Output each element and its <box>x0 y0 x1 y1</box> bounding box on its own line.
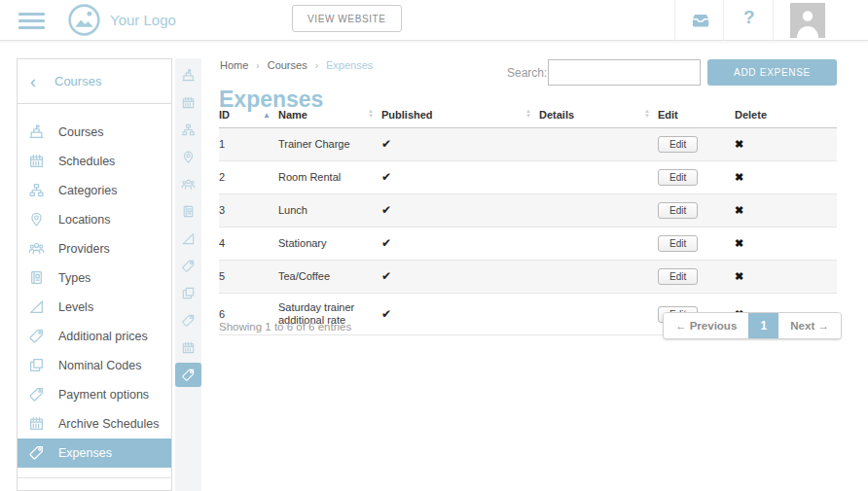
sidebar-item-archive-schedules[interactable]: Archive Schedules <box>18 409 171 438</box>
column-header-details[interactable]: Details▲▼ <box>539 105 658 128</box>
cell-published: ✔ <box>381 261 539 294</box>
sidebar-item-label: Archive Schedules <box>58 417 160 431</box>
edit-button[interactable]: Edit <box>658 169 698 186</box>
cell-edit: Edit <box>658 194 735 228</box>
cell-edit: Edit <box>658 228 735 261</box>
sidebar-item-providers[interactable]: Providers <box>18 234 171 263</box>
rail-types-book-icon[interactable] <box>175 197 201 225</box>
topbar-divider <box>723 0 724 41</box>
rail-providers-people-icon[interactable] <box>175 170 201 197</box>
delete-icon[interactable]: ✖ <box>735 171 743 183</box>
cell-id: 3 <box>219 194 278 228</box>
table-row: 5Tea/Coffee✔Edit✖ <box>219 261 837 294</box>
sidebar-back-header[interactable]: ‹ Courses <box>18 59 171 104</box>
column-label: Details <box>539 109 574 121</box>
column-header-edit: Edit <box>658 105 735 128</box>
delete-icon[interactable]: ✖ <box>735 204 743 216</box>
topbar-divider <box>674 0 675 41</box>
location-pin-icon <box>28 211 46 228</box>
add-expense-button[interactable]: ADD EXPENSE <box>707 59 837 86</box>
next-page-button[interactable]: Next → <box>778 313 841 338</box>
column-label: Edit <box>658 109 678 121</box>
sidebar-item-label: Types <box>58 271 90 285</box>
cell-published: ✔ <box>381 294 539 335</box>
tag-icon <box>28 386 46 403</box>
cell-id: 5 <box>219 261 278 294</box>
help-icon[interactable]: ? <box>738 6 761 29</box>
view-website-button[interactable]: VIEW WEBSITE <box>292 5 402 32</box>
rail-payment-options-tag-icon[interactable] <box>175 306 201 333</box>
pagination: ← Previous 1 Next → <box>663 312 842 339</box>
sidebar-item-payment-options[interactable]: Payment options <box>18 380 171 409</box>
column-label: ID <box>219 109 230 121</box>
published-check-icon: ✔ <box>381 203 391 217</box>
sidebar-item-courses[interactable]: Courses <box>18 118 171 147</box>
cell-details <box>539 194 658 228</box>
cell-delete: ✖ <box>735 261 837 294</box>
user-avatar[interactable] <box>790 3 825 38</box>
sidebar-item-schedules[interactable]: Schedules <box>18 147 171 176</box>
rail-nominal-codes-pages-icon[interactable] <box>175 279 201 306</box>
inbox-icon[interactable] <box>688 8 713 33</box>
rail-locations-location-pin-icon[interactable] <box>175 143 201 170</box>
book-icon <box>28 269 46 287</box>
sidebar-item-label: Locations <box>58 213 111 227</box>
rail-levels-level-icon[interactable] <box>175 225 201 252</box>
search-input[interactable] <box>548 59 701 86</box>
column-header-id[interactable]: ID▲ <box>219 105 278 128</box>
column-header-name[interactable]: Name▲▼ <box>278 105 381 128</box>
sidebar-item-label: Courses <box>58 125 104 139</box>
level-icon <box>28 298 46 316</box>
sidebar-item-categories[interactable]: Categories <box>18 176 171 205</box>
sidebar-item-types[interactable]: Types <box>18 263 171 293</box>
delete-icon[interactable]: ✖ <box>735 237 743 249</box>
sidebar-item-label: Providers <box>58 242 110 256</box>
previous-page-button[interactable]: ← Previous <box>664 313 748 338</box>
edit-button[interactable]: Edit <box>658 202 698 219</box>
column-header-published[interactable]: Published▲▼ <box>381 105 539 128</box>
delete-icon[interactable]: ✖ <box>735 138 743 150</box>
topbar-divider <box>773 0 774 41</box>
delete-icon[interactable]: ✖ <box>735 270 743 282</box>
table-row: 2Room Rental✔Edit✖ <box>219 161 837 194</box>
sidebar-item-levels[interactable]: Levels <box>18 293 171 322</box>
table-row: 1Trainer Charge✔Edit✖ <box>219 128 837 161</box>
breadcrumb-separator-icon: › <box>315 60 318 71</box>
edit-button[interactable]: Edit <box>658 136 698 153</box>
edit-button[interactable]: Edit <box>658 235 698 252</box>
rail-expenses-tag-icon[interactable] <box>175 363 201 387</box>
sidebar-item-locations[interactable]: Locations <box>18 205 171 234</box>
breadcrumb-home[interactable]: Home <box>220 59 248 71</box>
table-entries-info: Showing 1 to 6 of 6 entries <box>219 321 351 333</box>
sidebar-item-additional-prices[interactable]: Additional prices <box>18 322 171 351</box>
rail-categories-sitemap-icon[interactable] <box>175 116 201 143</box>
icon-rail <box>175 58 201 491</box>
school-icon <box>28 123 46 141</box>
cell-details <box>539 161 658 194</box>
edit-button[interactable]: Edit <box>658 268 698 285</box>
cell-details <box>539 294 658 335</box>
page-number-1[interactable]: 1 <box>748 313 778 338</box>
sort-both-icon: ▲▼ <box>368 109 374 119</box>
cell-name: Trainer Charge <box>278 128 381 161</box>
sidebar-item-nominal-codes[interactable]: Nominal Codes <box>18 351 171 380</box>
logo-text: Your Logo <box>110 12 176 28</box>
table-row: 3Lunch✔Edit✖ <box>219 194 837 228</box>
rail-additional-prices-tag-icon[interactable] <box>175 252 201 279</box>
hamburger-menu-icon[interactable] <box>18 9 45 32</box>
cell-id: 1 <box>219 128 278 161</box>
sidebar-item-label: Expenses <box>58 446 112 460</box>
tag-icon <box>28 444 46 462</box>
rail-courses-school-icon[interactable] <box>175 61 201 88</box>
breadcrumb-courses[interactable]: Courses <box>268 59 307 71</box>
pages-icon <box>28 357 46 374</box>
sort-both-icon: ▲▼ <box>525 109 531 119</box>
calendar-icon <box>28 153 46 170</box>
rail-schedules-calendar-icon[interactable] <box>175 88 201 116</box>
sidebar-item-expenses[interactable]: Expenses <box>18 438 171 468</box>
cell-edit: Edit <box>658 161 735 194</box>
sidebar-item-label: Categories <box>58 184 117 197</box>
cell-edit: Edit <box>658 261 735 294</box>
rail-archive-schedules-calendar-icon[interactable] <box>175 333 201 361</box>
logo[interactable]: Your Logo <box>67 3 176 37</box>
